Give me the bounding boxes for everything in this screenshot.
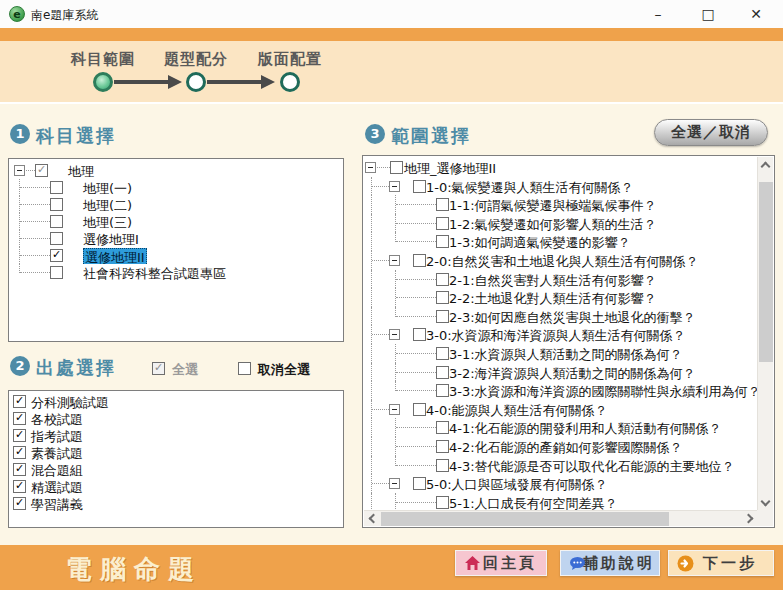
select-all-checkbox[interactable] [152, 362, 165, 375]
expand-collapse-icon[interactable] [389, 255, 400, 266]
range-checkbox[interactable] [436, 459, 449, 472]
range-tree-row[interactable]: 1-1:何謂氣候變遷與極端氣候事件？ [363, 195, 757, 214]
range-checkbox[interactable] [436, 347, 449, 360]
range-checkbox[interactable] [413, 180, 426, 193]
subject-tree-row[interactable]: 地理(一) [9, 179, 343, 196]
range-tree-row[interactable]: 3-3:水資源和海洋資源的國際關聯性與永續利用為何？ [363, 381, 757, 400]
range-tree-row[interactable]: 4-3:替代能源是否可以取代化石能源的主要地位？ [363, 456, 757, 475]
range-tree-row[interactable]: 2-1:自然災害對人類生活有何影響？ [363, 270, 757, 289]
range-checkbox[interactable] [436, 310, 449, 323]
range-tree-row[interactable]: 3-0:水資源和海洋資源與人類生活有何關係？ [363, 325, 757, 344]
tree-checkbox[interactable] [50, 249, 63, 262]
source-list-item[interactable]: 分科測驗試題 [9, 393, 343, 410]
range-tree-row[interactable]: 1-3:如何調適氣候變遷的影響？ [363, 232, 757, 251]
range-checkbox[interactable] [413, 477, 426, 490]
tree-connector [371, 418, 372, 437]
source-list-item[interactable]: 素養試題 [9, 444, 343, 461]
source-list-item[interactable]: 各校試題 [9, 410, 343, 427]
source-checkbox[interactable] [13, 497, 26, 510]
range-tree-row[interactable]: 5-1:人口成長有何空間差異？ [363, 493, 757, 511]
scroll-down-button[interactable] [758, 495, 774, 511]
range-tree-row[interactable]: 地理_選修地理II [363, 158, 757, 177]
range-checkbox[interactable] [436, 291, 449, 304]
range-checkbox[interactable] [436, 384, 449, 397]
expand-collapse-icon[interactable] [365, 162, 376, 173]
source-checkbox[interactable] [13, 429, 26, 442]
scroll-right-button[interactable] [742, 511, 758, 527]
tree-checkbox[interactable] [50, 215, 63, 228]
maximize-button[interactable]: □ [686, 0, 730, 28]
range-checkbox[interactable] [413, 403, 426, 416]
tree-checkbox[interactable] [35, 164, 48, 177]
expand-collapse-icon[interactable] [389, 181, 400, 192]
horizontal-scrollbar[interactable] [364, 510, 758, 526]
footer-bar: 電腦命題 回主頁 輔助說明 下一步 [0, 545, 783, 590]
tree-checkbox[interactable] [50, 266, 63, 279]
range-tree-row[interactable]: 5-0:人口與區域發展有何關係？ [363, 474, 757, 493]
range-checkbox[interactable] [436, 421, 449, 434]
range-tree-row[interactable]: 1-0:氣候變遷與人類生活有何關係？ [363, 177, 757, 196]
range-checkbox[interactable] [436, 217, 449, 230]
tree-checkbox[interactable] [50, 232, 63, 245]
tree-checkbox[interactable] [50, 198, 63, 211]
tree-checkbox[interactable] [50, 181, 63, 194]
horizontal-scroll-thumb[interactable] [381, 512, 669, 526]
range-item-label: 5-0:人口與區域發展有何關係？ [426, 476, 608, 493]
vertical-scrollbar[interactable] [757, 157, 773, 511]
minimize-button[interactable]: – [636, 0, 680, 28]
home-button[interactable]: 回主頁 [455, 550, 547, 576]
range-tree-row[interactable]: 1-2:氣候變遷如何影響人類的生活？ [363, 214, 757, 233]
source-checkbox[interactable] [13, 446, 26, 459]
tree-connector [371, 270, 372, 289]
expand-collapse-icon[interactable] [389, 404, 400, 415]
range-checkbox[interactable] [436, 440, 449, 453]
range-tree-row[interactable]: 4-0:能源與人類生活有何關係？ [363, 400, 757, 419]
range-tree-row[interactable]: 3-1:水資源與人類活動之間的關係為何？ [363, 344, 757, 363]
expand-collapse-icon[interactable] [389, 329, 400, 340]
source-list-item[interactable]: 混合題組 [9, 461, 343, 478]
tree-connector [396, 427, 436, 428]
source-checkbox[interactable] [13, 480, 26, 493]
expand-collapse-icon[interactable] [14, 165, 25, 176]
source-checkbox[interactable] [13, 463, 26, 476]
tree-connector [371, 493, 372, 511]
select-toggle-button[interactable]: 全選／取消 [654, 119, 768, 146]
range-tree-row[interactable]: 4-2:化石能源的產銷如何影響國際關係？ [363, 437, 757, 456]
tree-item-label: 社會科跨科整合試題專區 [83, 265, 226, 281]
subject-tree-row[interactable]: 地理(三) [9, 213, 343, 230]
deselect-all-checkbox[interactable] [238, 362, 251, 375]
range-checkbox[interactable] [413, 254, 426, 267]
expand-collapse-icon[interactable] [389, 478, 400, 489]
range-checkbox[interactable] [436, 366, 449, 379]
range-item-label: 2-1:自然災害對人類生活有何影響？ [449, 272, 657, 289]
tree-connector [372, 483, 389, 484]
source-checkbox[interactable] [13, 395, 26, 408]
scroll-up-button[interactable] [758, 157, 774, 173]
next-button[interactable]: 下一步 [668, 550, 774, 576]
subject-tree-row[interactable]: 地理 [9, 162, 343, 179]
subject-tree-row[interactable]: 地理(二) [9, 196, 343, 213]
close-button[interactable]: ✕ [734, 0, 778, 28]
step-arrow-head-2 [261, 75, 275, 89]
subject-tree-row[interactable]: 選修地理II [9, 247, 343, 264]
range-tree-row[interactable]: 3-2:海洋資源與人類活動之間的關係為何？ [363, 363, 757, 382]
vertical-scroll-thumb[interactable] [759, 182, 773, 362]
range-checkbox[interactable] [436, 198, 449, 211]
range-checkbox[interactable] [436, 496, 449, 509]
help-button[interactable]: 輔助說明 [560, 550, 660, 576]
subject-tree-row[interactable]: 社會科跨科整合試題專區 [9, 264, 343, 281]
range-checkbox[interactable] [413, 328, 426, 341]
range-checkbox[interactable] [390, 161, 403, 174]
subject-tree-row[interactable]: 選修地理I [9, 230, 343, 247]
range-checkbox[interactable] [436, 235, 449, 248]
range-tree-row[interactable]: 2-3:如何因應自然災害與土地退化的衝擊？ [363, 307, 757, 326]
source-list-item[interactable]: 精選試題 [9, 478, 343, 495]
range-checkbox[interactable] [436, 273, 449, 286]
source-checkbox[interactable] [13, 412, 26, 425]
range-tree-row[interactable]: 2-2:土地退化對人類生活有何影響？ [363, 288, 757, 307]
source-list-item[interactable]: 指考試題 [9, 427, 343, 444]
scroll-left-button[interactable] [364, 511, 380, 527]
range-tree-row[interactable]: 2-0:自然災害和土地退化與人類生活有何關係？ [363, 251, 757, 270]
range-tree-row[interactable]: 4-1:化石能源的開發利用和人類活動有何關係？ [363, 418, 757, 437]
source-list-item[interactable]: 學習講義 [9, 495, 343, 512]
